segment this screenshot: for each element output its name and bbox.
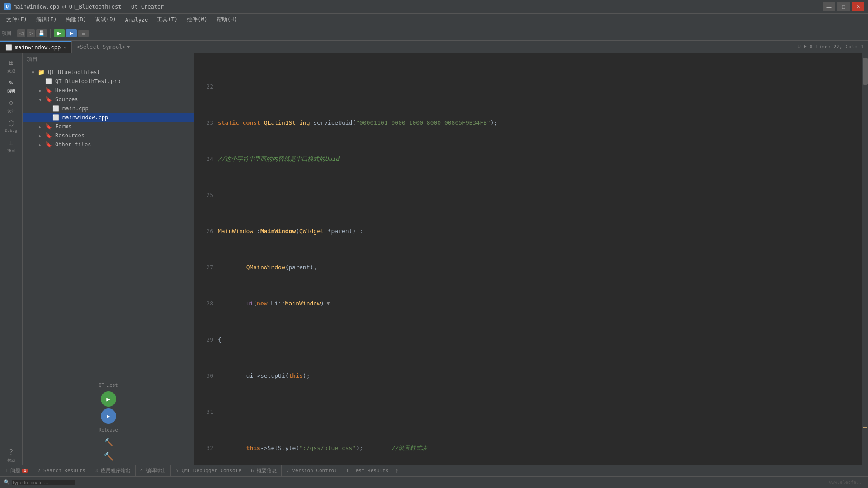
- build-config-name: QT_…est: [99, 383, 118, 388]
- tab-close-icon[interactable]: ✕: [63, 45, 66, 50]
- menu-tools[interactable]: 工具(T): [152, 14, 182, 25]
- close-button[interactable]: ✕: [852, 2, 864, 11]
- activity-welcome[interactable]: ⊞ 欢迎: [2, 57, 20, 75]
- chevron-right-icon: ▶: [39, 142, 45, 147]
- tree-other-files-label: Other files: [55, 141, 91, 148]
- activity-help[interactable]: ? 帮助: [2, 446, 20, 465]
- project-tree[interactable]: ▼ 📁 QT_BluetoothTest ⬜ QT_BluetoothTest.…: [23, 66, 194, 379]
- debug-icon: ⬡: [7, 118, 16, 127]
- minimize-button[interactable]: —: [823, 2, 835, 11]
- code-line-30: 30 ui->setupUi(this);: [200, 371, 863, 380]
- menu-bar: 文件(F) 编辑(E) 构建(B) 调试(D) Analyze 工具(T) 控件…: [0, 14, 868, 26]
- bottom-tab-test-results[interactable]: 8 Test Results: [342, 466, 394, 475]
- toolbar-save-btn[interactable]: 💾: [36, 29, 47, 37]
- bottom-tab-app-output[interactable]: 3 应用程序输出: [90, 465, 136, 476]
- sidebar: 项目 ▼ 📁 QT_BluetoothTest ⬜ QT_BluetoothTe…: [23, 53, 194, 465]
- title-bar: Q mainwindow.cpp @ QT_BluetoothTest - Qt…: [0, 0, 868, 14]
- activity-design[interactable]: ◇ 设计: [2, 97, 20, 115]
- symbol-selector[interactable]: <Select Symbol> ▼: [72, 41, 793, 53]
- menu-analyze[interactable]: Analyze: [121, 15, 153, 25]
- build-button[interactable]: 🔨: [101, 434, 116, 450]
- menu-debug[interactable]: 调试(D): [91, 14, 121, 25]
- bottom-tab-problems[interactable]: 1 问题4: [0, 465, 33, 476]
- locate-input[interactable]: [12, 480, 75, 485]
- activity-debug[interactable]: ⬡ Debug: [2, 117, 20, 135]
- window-controls: — □ ✕: [823, 2, 864, 11]
- toolbar-stop-btn[interactable]: ■: [78, 30, 89, 37]
- help-icon: ?: [7, 448, 16, 457]
- other-files-folder-icon: 🔖: [45, 141, 53, 148]
- bottom-tab-search[interactable]: 2 Search Results: [33, 466, 90, 475]
- menu-build[interactable]: 构建(B): [61, 14, 91, 25]
- code-line-27: 27 QMainWindow(parent),: [200, 263, 863, 272]
- tree-item-mainwindow-cpp[interactable]: ⬜ mainwindow.cpp: [23, 113, 194, 122]
- menu-help[interactable]: 帮助(H): [212, 14, 242, 25]
- vertical-scrollbar[interactable]: [862, 53, 868, 465]
- bottom-panel-expand-icon[interactable]: ↑: [395, 467, 399, 474]
- tab-file-icon: ⬜: [5, 44, 12, 51]
- tab-bar: ⬜ mainwindow.cpp ✕ <Select Symbol> ▼ UTF…: [0, 41, 868, 53]
- code-line-23: 23static const QLatin1String serviceUuid…: [200, 118, 863, 127]
- code-line-31: 31: [200, 408, 863, 417]
- code-container[interactable]: 22 23static const QLatin1String serviceU…: [194, 53, 868, 465]
- tab-mainwindow-cpp[interactable]: ⬜ mainwindow.cpp ✕: [0, 41, 72, 53]
- pro-file-icon: ⬜: [45, 78, 53, 84]
- tree-root-label: QT_BluetoothTest: [48, 69, 100, 75]
- chevron-down-icon: ▼: [39, 97, 45, 102]
- resources-folder-icon: 🔖: [45, 132, 53, 139]
- scroll-thumb[interactable]: [863, 58, 868, 85]
- project-icon: ◫: [7, 138, 16, 147]
- tree-sources-label: Sources: [55, 96, 78, 103]
- tree-item-main-cpp[interactable]: ⬜ main.cpp: [23, 104, 194, 113]
- code-line-29: 29{: [200, 335, 863, 344]
- tree-item-other-files[interactable]: ▶ 🔖 Other files: [23, 140, 194, 149]
- cpp-file-icon: ⬜: [52, 105, 61, 112]
- bottom-tab-vcs[interactable]: 7 Version Control: [282, 466, 342, 475]
- tree-item-sources[interactable]: ▼ 🔖 Sources: [23, 95, 194, 104]
- status-watermark: www.elecfa...: [829, 480, 864, 485]
- toolbar-debug-run-btn[interactable]: ▶: [66, 29, 77, 37]
- code-line-25: 25: [200, 191, 863, 200]
- cpp-file-icon: ⬜: [52, 114, 61, 121]
- bottom-tab-qml-debugger[interactable]: 5 QML Debugger Console: [171, 466, 246, 475]
- toolbar-back-btn[interactable]: ◁: [17, 29, 25, 37]
- toolbar-forward-btn[interactable]: ▷: [27, 29, 35, 37]
- build-mode-label: Release: [99, 427, 118, 432]
- bottom-panel: 1 问题4 2 Search Results 3 应用程序输出 4 编译输出 5…: [0, 465, 868, 476]
- sidebar-header: 项目: [23, 53, 194, 66]
- welcome-icon: ⊞: [7, 58, 16, 67]
- main-layout: ⊞ 欢迎 ✎ 编辑 ◇ 设计 ⬡ Debug ◫ 项目 ? 帮助: [0, 53, 868, 465]
- status-search[interactable]: 🔍: [4, 479, 75, 485]
- code-editor[interactable]: 22 23static const QLatin1String serviceU…: [194, 53, 868, 465]
- code-line-24: 24//这个字符串里面的内容就是串口模式的Uuid: [200, 155, 863, 164]
- tree-item-root[interactable]: ▼ 📁 QT_BluetoothTest: [23, 68, 194, 77]
- tree-item-headers[interactable]: ▶ 🔖 Headers: [23, 86, 194, 95]
- code-line-26: 26MainWindow::MainWindow(QWidget *parent…: [200, 227, 863, 236]
- run-buttons-panel: QT_…est ▶ ▶ Release 🔨 🔨: [23, 379, 194, 465]
- tree-main-cpp-label: main.cpp: [62, 105, 89, 112]
- chevron-down-icon: ▼: [127, 45, 130, 49]
- activity-edit[interactable]: ✎ 编辑: [2, 77, 20, 95]
- chevron-right-icon: ▶: [39, 88, 45, 93]
- tree-item-pro[interactable]: ⬜ QT_BluetoothTest.pro: [23, 77, 194, 86]
- tree-pro-label: QT_BluetoothTest.pro: [55, 78, 121, 84]
- toolbar-run-btn[interactable]: ▶: [54, 29, 65, 37]
- folder-icon: 📁: [38, 69, 46, 75]
- code-line-22: 22: [200, 82, 863, 91]
- tree-item-forms[interactable]: ▶ 🔖 Forms: [23, 122, 194, 131]
- bottom-tab-compile[interactable]: 4 编译输出: [136, 465, 171, 476]
- menu-file[interactable]: 文件(F): [2, 14, 32, 25]
- run-button[interactable]: ▶: [101, 391, 116, 407]
- bottom-tab-overview[interactable]: 6 概要信息: [246, 465, 282, 476]
- design-icon: ◇: [7, 98, 16, 107]
- maximize-button[interactable]: □: [837, 2, 850, 11]
- debug-run-button[interactable]: ▶: [101, 408, 116, 424]
- scroll-marker: [863, 427, 867, 428]
- menu-edit[interactable]: 编辑(E): [32, 14, 61, 25]
- tab-filename: mainwindow.cpp: [15, 44, 61, 51]
- clean-build-button[interactable]: 🔨: [104, 451, 113, 461]
- code-line-28: 28 ui(new Ui::MainWindow)▼: [200, 299, 863, 308]
- menu-controls[interactable]: 控件(W): [182, 14, 212, 25]
- activity-project[interactable]: ◫ 项目: [2, 136, 20, 155]
- tree-item-resources[interactable]: ▶ 🔖 Resources: [23, 131, 194, 140]
